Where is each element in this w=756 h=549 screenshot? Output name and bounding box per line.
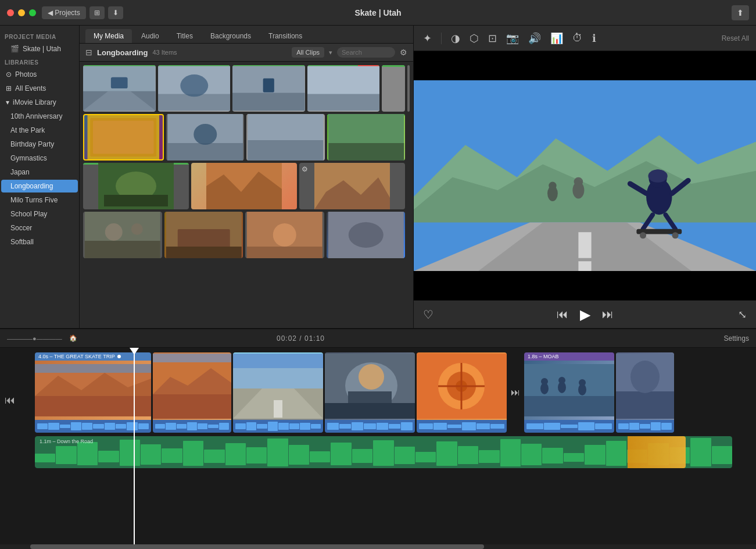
timeline-clip-2[interactable] <box>153 352 231 433</box>
wave-bar <box>629 423 640 430</box>
timeline-tracks[interactable]: ⏮ 4.0s – THE GREAT SKATE TRIP <box>0 348 756 544</box>
photos-icon: ⊙ <box>6 70 12 79</box>
media-clip-6[interactable] <box>83 114 164 161</box>
zoom-slider[interactable]: ————●———— <box>7 335 62 342</box>
share-button[interactable]: ⬆ <box>732 5 749 20</box>
stabilization-icon[interactable]: 📷 <box>504 30 521 47</box>
wave-bar <box>462 422 476 430</box>
close-button[interactable] <box>7 9 14 16</box>
crop-icon[interactable]: ⊡ <box>486 30 499 47</box>
import-button[interactable]: ⬇ <box>108 6 123 19</box>
media-clip-1[interactable] <box>83 65 156 112</box>
media-clip-15[interactable] <box>245 212 324 258</box>
fullscreen-icon[interactable]: ⤡ <box>738 308 747 321</box>
sidebar-item-longboarding[interactable]: Longboarding <box>1 180 78 192</box>
timeline-clip-4[interactable] <box>325 352 415 433</box>
media-clip-7[interactable]: 3.9s <box>166 114 245 161</box>
grid-view-icon[interactable]: ⊟ <box>85 48 92 57</box>
media-clip-9[interactable] <box>327 114 406 161</box>
media-clip-14[interactable] <box>164 212 243 258</box>
tab-backgrounds[interactable]: Backgrounds <box>202 29 259 43</box>
settings-icon[interactable]: ⚙ <box>400 48 407 57</box>
maximize-button[interactable] <box>29 9 36 16</box>
audio-seg <box>479 450 499 462</box>
svg-rect-11 <box>307 94 380 111</box>
svg-point-37 <box>273 223 296 247</box>
wave-bar <box>640 424 650 429</box>
tab-titles[interactable]: Titles <box>169 29 201 43</box>
media-clip-5-partial[interactable] <box>382 65 405 112</box>
clip-3-audio-wave <box>233 420 323 433</box>
sidebar-item-birthday[interactable]: Birthday Party <box>1 138 78 151</box>
sidebar-item-softball[interactable]: Softball <box>1 236 78 248</box>
timeline-scrollbar[interactable] <box>0 544 756 549</box>
wave-bar <box>127 422 137 430</box>
search-input[interactable] <box>337 47 395 58</box>
sidebar-item-soccer[interactable]: Soccer <box>1 222 78 234</box>
audio-seg <box>436 441 457 466</box>
audio-seg <box>310 451 330 462</box>
clip-6-scene <box>524 361 614 420</box>
tab-transitions[interactable]: Transitions <box>260 29 310 43</box>
media-clip-10[interactable] <box>83 163 189 209</box>
media-clip-4[interactable] <box>307 65 380 112</box>
svg-point-17 <box>194 124 217 145</box>
sidebar-item-at-the-park[interactable]: At the Park <box>1 124 78 137</box>
media-clip-12[interactable]: ⚙ <box>299 163 405 209</box>
library-view-button[interactable]: ⊞ <box>89 6 105 19</box>
previous-frame-icon[interactable]: ⏮ <box>557 308 568 321</box>
media-clip-2[interactable] <box>158 65 231 112</box>
reset-all-button[interactable]: Reset All <box>722 34 749 42</box>
wave-bars-7 <box>618 422 672 431</box>
magic-wand-icon[interactable]: ✦ <box>421 30 434 47</box>
filter-dropdown[interactable]: All Clips <box>292 47 324 58</box>
sidebar-item-gymnastics[interactable]: Gymnastics <box>1 152 78 165</box>
speed-icon[interactable]: ⏱ <box>570 30 585 47</box>
tab-my-media[interactable]: My Media <box>85 29 132 43</box>
clip-thumbnail-11 <box>191 163 297 209</box>
color-balance-icon[interactable]: ◑ <box>449 30 463 47</box>
sidebar-item-project[interactable]: 🎬 Skate | Utah <box>1 42 78 55</box>
timeline-settings-button[interactable]: Settings <box>724 334 749 343</box>
minimize-button[interactable] <box>18 9 25 16</box>
media-clip-11[interactable] <box>191 163 297 209</box>
sidebar-item-all-events[interactable]: ⊞ All Events <box>1 82 78 95</box>
media-title: Longboarding <box>97 48 148 57</box>
timeline-clip-6[interactable]: 1.8s – MOAB <box>524 352 614 433</box>
clip-5-scene <box>417 352 507 420</box>
wave-bars-4 <box>327 422 413 431</box>
sidebar-item-photos[interactable]: ⊙ Photos <box>1 68 78 81</box>
tab-audio[interactable]: Audio <box>133 29 167 43</box>
home-icon: 🏠 <box>69 334 77 342</box>
svg-rect-47 <box>578 261 591 271</box>
media-clip-3[interactable] <box>232 65 305 112</box>
sidebar-item-imovie-library[interactable]: ▾ iMovie Library <box>1 96 78 109</box>
sidebar-item-school-play[interactable]: School Play <box>1 208 78 220</box>
audio-equalizer-icon[interactable]: 📊 <box>548 30 565 47</box>
timeline-clip-3[interactable] <box>233 352 323 433</box>
timeline-clip-7[interactable] <box>616 352 674 433</box>
audio-seg <box>564 453 584 462</box>
sidebar-item-10th[interactable]: 10th Anniversary <box>1 110 78 123</box>
clip-5-thumbnail <box>417 352 507 420</box>
info-icon[interactable]: ℹ <box>590 30 599 47</box>
media-clip-13[interactable]: ⚙ <box>83 212 162 258</box>
media-clip-8[interactable]: ⚙ <box>246 114 325 161</box>
next-frame-icon[interactable]: ⏭ <box>602 308 614 321</box>
project-media-label: PROJECT MEDIA <box>0 30 79 42</box>
clip-6-title: 1.8s – MOAB <box>528 354 559 359</box>
color-correction-icon[interactable]: ⬡ <box>467 30 481 47</box>
projects-button[interactable]: ◀ Projects <box>42 6 86 19</box>
sidebar-item-japan[interactable]: Japan <box>1 166 78 179</box>
wave-bars-6 <box>526 422 612 431</box>
clip-6-thumbnail <box>524 361 614 420</box>
sidebar-item-milo[interactable]: Milo Turns Five <box>1 194 78 206</box>
wave-bar <box>105 423 115 430</box>
favorite-icon[interactable]: ♡ <box>423 308 433 322</box>
play-pause-button[interactable]: ▶ <box>580 306 590 323</box>
wave-bar <box>177 424 187 428</box>
volume-icon[interactable]: 🔊 <box>526 30 543 47</box>
wave-bar <box>661 423 672 429</box>
media-clip-16[interactable] <box>327 212 406 258</box>
timeline-clip-5[interactable] <box>417 352 507 433</box>
